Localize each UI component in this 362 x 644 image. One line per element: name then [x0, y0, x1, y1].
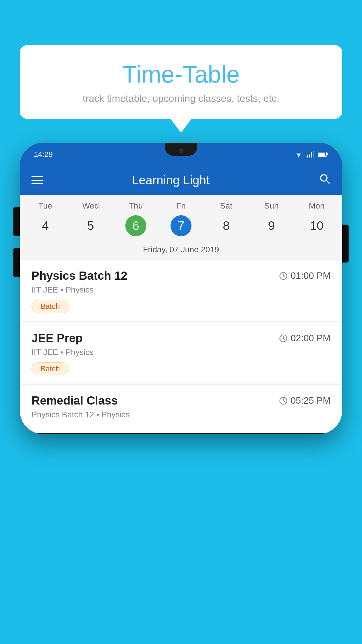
power-button — [342, 225, 349, 262]
class-item-header-2: JEE Prep 02:00 PM — [31, 332, 331, 345]
battery-icon — [318, 151, 328, 157]
day-mon: Mon — [294, 201, 339, 211]
wifi-icon — [294, 151, 303, 158]
class-meta-3: Physics Batch 12 • Physics — [31, 410, 331, 419]
clock-icon-2 — [279, 334, 288, 343]
day-tue: Tue — [23, 201, 68, 211]
class-name-1: Physics Batch 12 — [31, 269, 127, 282]
class-item-3[interactable]: Remedial Class 05:25 PM Physics Batch 12… — [20, 385, 342, 433]
day-thu: Thu — [113, 201, 158, 211]
class-time-2: 02:00 PM — [279, 333, 331, 344]
camera-dot — [178, 148, 184, 153]
class-time-3: 05:25 PM — [279, 395, 331, 406]
calendar-strip: Tue Wed Thu Fri Sat Sun Mon 4 5 6 7 8 9 … — [20, 195, 342, 260]
week-days-row: Tue Wed Thu Fri Sat Sun Mon — [20, 195, 342, 213]
day-sat: Sat — [204, 201, 249, 211]
batch-badge-2: Batch — [31, 362, 69, 375]
svg-rect-3 — [311, 152, 312, 158]
date-6-today[interactable]: 6 — [125, 215, 146, 236]
class-item-header-3: Remedial Class 05:25 PM — [31, 394, 331, 407]
date-8[interactable]: 8 — [204, 215, 249, 236]
class-list: Physics Batch 12 01:00 PM IIT JEE • Phys… — [20, 260, 342, 433]
speech-bubble-container: Time-Table track timetable, upcoming cla… — [20, 45, 342, 119]
date-4[interactable]: 4 — [23, 215, 68, 236]
date-9[interactable]: 9 — [249, 215, 294, 236]
svg-line-9 — [326, 181, 330, 184]
volume-down-button — [13, 248, 20, 277]
app-bar: Learning Light — [20, 166, 342, 195]
clock-icon-3 — [279, 396, 288, 405]
clock-icon-1 — [279, 272, 288, 280]
day-fri: Fri — [158, 201, 203, 211]
svg-rect-2 — [309, 154, 310, 158]
app-title: Learning Light — [31, 173, 310, 187]
svg-rect-7 — [327, 153, 328, 155]
class-name-2: JEE Prep — [31, 332, 83, 345]
volume-up-button — [13, 207, 20, 236]
date-5[interactable]: 5 — [68, 215, 113, 236]
svg-rect-1 — [307, 155, 308, 158]
date-10[interactable]: 10 — [294, 215, 339, 236]
date-7-selected[interactable]: 7 — [171, 215, 191, 236]
class-name-3: Remedial Class — [31, 394, 118, 407]
phone-content: 14:29 — [20, 143, 342, 434]
class-time-1: 01:00 PM — [279, 270, 331, 281]
status-bar: 14:29 — [20, 143, 342, 166]
status-icons — [294, 151, 328, 158]
day-sun: Sun — [249, 201, 294, 211]
bubble-subtitle: track timetable, upcoming classes, tests… — [37, 93, 325, 104]
svg-rect-6 — [318, 153, 325, 156]
class-meta-2: IIT JEE • Physics — [31, 348, 331, 357]
search-button[interactable] — [319, 173, 331, 188]
notch — [165, 143, 197, 156]
class-item-2[interactable]: JEE Prep 02:00 PM IIT JEE • Physics Batc… — [20, 322, 342, 384]
bubble-title: Time-Table — [37, 61, 325, 88]
class-item-1[interactable]: Physics Batch 12 01:00 PM IIT JEE • Phys… — [20, 260, 342, 321]
batch-badge-1: Batch — [31, 300, 69, 313]
signal-icon — [307, 151, 314, 158]
svg-point-8 — [321, 175, 327, 181]
phone-frame: 14:29 — [20, 143, 342, 434]
day-wed: Wed — [68, 201, 113, 211]
class-meta-1: IIT JEE • Physics — [31, 285, 331, 295]
status-time: 14:29 — [34, 150, 53, 159]
svg-point-0 — [298, 156, 299, 158]
speech-bubble: Time-Table track timetable, upcoming cla… — [20, 45, 342, 119]
svg-rect-4 — [313, 151, 314, 158]
week-dates-row[interactable]: 4 5 6 7 8 9 10 — [20, 213, 342, 242]
class-item-header-1: Physics Batch 12 01:00 PM — [31, 269, 331, 282]
selected-date-label: Friday, 07 June 2019 — [20, 242, 342, 260]
phone-wrapper: 14:29 — [20, 143, 342, 644]
